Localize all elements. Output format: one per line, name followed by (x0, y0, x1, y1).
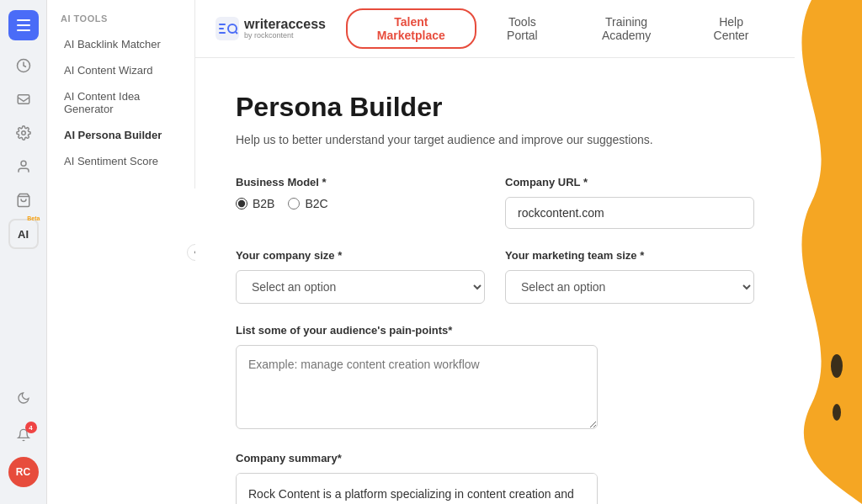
inbox-icon-button[interactable] (8, 84, 39, 114)
company-url-label: Company URL * (505, 176, 754, 188)
ai-label: AI (18, 228, 29, 241)
person-icon-button[interactable] (8, 151, 39, 182)
moon-icon-button[interactable] (8, 383, 39, 413)
svg-point-3 (21, 161, 26, 166)
hamburger-button[interactable] (8, 10, 39, 40)
company-summary-label: Company summary* (236, 452, 598, 464)
form-group-marketing-team-size: Your marketing team size * Select an opt… (505, 249, 754, 304)
notification-button[interactable]: 4 (8, 420, 39, 450)
company-url-input[interactable] (505, 197, 754, 229)
bag-icon-button[interactable] (8, 185, 39, 215)
svg-rect-8 (219, 32, 226, 34)
deco-wave-svg (795, 0, 862, 504)
clock-icon-button[interactable] (8, 50, 39, 81)
sidebar-item-label: AI Content Idea Generator (64, 90, 178, 115)
radio-b2b-input[interactable] (236, 198, 247, 210)
nav-tab-tools[interactable]: Tools Portal (480, 10, 565, 47)
sidebar-item-label: AI Backlink Matcher (64, 38, 161, 50)
main-wrapper: writeraccess by rockcontent Talent Marke… (195, 0, 795, 504)
marketing-team-size-label: Your marketing team size * (505, 249, 754, 262)
radio-b2b-label: B2B (253, 197, 274, 210)
form-row-1: Business Model * B2B B2C Company URL * (236, 176, 754, 229)
form-group-company-summary: Company summary* Rock Content is a platf… (236, 452, 598, 504)
top-navigation: writeraccess by rockcontent Talent Marke… (195, 0, 795, 58)
avatar-button[interactable]: RC (8, 457, 39, 487)
sidebar-item-wizard[interactable]: AI Content Wizard (57, 58, 184, 82)
pain-points-label: List some of your audience's pain-points… (236, 324, 598, 337)
sidebar-item-label: AI Persona Builder (64, 129, 162, 141)
pain-points-textarea[interactable] (236, 345, 598, 429)
sidebar-item-label: AI Content Wizard (64, 64, 153, 77)
gear-icon-button[interactable] (8, 118, 39, 148)
svg-point-11 (831, 354, 843, 378)
sidebar-section-title: AI TOOLS (57, 13, 184, 24)
ai-badge-button[interactable]: Beta AI (8, 219, 39, 249)
nav-tab-training[interactable]: Training Academy (568, 10, 684, 47)
company-size-label: Your company size * (236, 249, 485, 262)
radio-b2c[interactable]: B2C (288, 197, 327, 210)
radio-b2c-input[interactable] (288, 198, 300, 210)
nav-tabs: Talent Marketplace Tools Portal Training… (346, 8, 774, 49)
icon-bar: Beta AI 4 RC (0, 0, 47, 504)
page-title: Persona Builder (236, 92, 754, 123)
form-group-business-model: Business Model * B2B B2C (236, 176, 485, 229)
logo-sub: by rockcontent (244, 31, 326, 40)
form-group-pain-points: List some of your audience's pain-points… (236, 324, 598, 432)
radio-group-business-model: B2B B2C (236, 197, 485, 210)
logo-text: writeraccess (244, 18, 326, 31)
sidebar-item-persona[interactable]: AI Persona Builder (57, 123, 184, 147)
company-size-select[interactable]: Select an option 1-10 11-50 51-200 201-1… (236, 270, 485, 304)
logo-icon (216, 17, 239, 40)
sidebar-item-idea-gen[interactable]: AI Content Idea Generator (57, 84, 184, 121)
decorative-side (795, 0, 862, 504)
svg-rect-6 (219, 24, 226, 25)
sidebar: AI TOOLS AI Backlink Matcher AI Content … (47, 0, 195, 188)
svg-line-10 (236, 32, 237, 34)
nav-tab-help[interactable]: Help Center (688, 10, 774, 47)
sidebar-item-backlink[interactable]: AI Backlink Matcher (57, 32, 184, 56)
form-row-company-summary: Company summary* Rock Content is a platf… (236, 452, 754, 504)
company-summary-textarea[interactable]: Rock Content is a platform specializing … (236, 473, 598, 504)
svg-point-2 (21, 131, 25, 135)
avatar-initials: RC (16, 466, 30, 478)
notification-count: 4 (25, 422, 37, 433)
form-group-company-size: Your company size * Select an option 1-1… (236, 249, 485, 304)
content-area: Persona Builder Help us to better unders… (195, 58, 795, 504)
form-group-company-url: Company URL * (505, 176, 754, 229)
business-model-label: Business Model * (236, 176, 485, 188)
form-row-pain-points: List some of your audience's pain-points… (236, 324, 754, 432)
nav-tab-talent[interactable]: Talent Marketplace (346, 8, 476, 49)
radio-b2c-label: B2C (305, 197, 327, 210)
svg-rect-7 (219, 28, 224, 29)
logo-area: writeraccess by rockcontent (216, 17, 326, 40)
marketing-team-size-select[interactable]: Select an option 1-5 6-20 21-50 50+ (505, 270, 754, 304)
sidebar-item-sentiment[interactable]: AI Sentiment Score (57, 149, 184, 173)
svg-point-12 (833, 404, 841, 421)
sidebar-item-label: AI Sentiment Score (64, 155, 158, 167)
form-row-2: Your company size * Select an option 1-1… (236, 249, 754, 304)
beta-label: Beta (27, 215, 40, 221)
radio-b2b[interactable]: B2B (236, 197, 274, 210)
page-subtitle: Help us to better understand your target… (236, 131, 754, 149)
